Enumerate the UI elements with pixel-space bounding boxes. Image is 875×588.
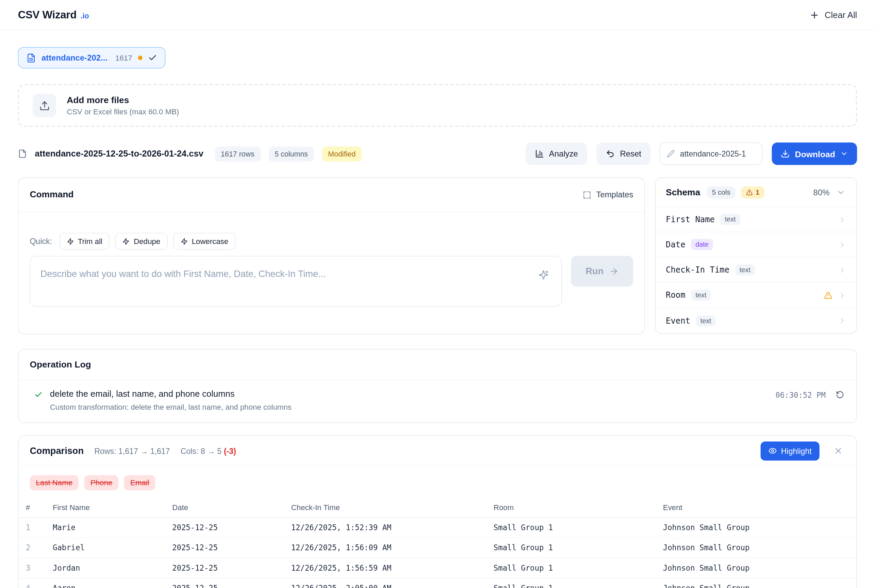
dropzone-title: Add more files: [67, 95, 179, 105]
comparison-table: # First Name Date Check-In Time Room Eve…: [18, 498, 856, 588]
table-header-cell: First Name: [53, 498, 172, 517]
quick-action-label: Trim all: [78, 237, 102, 246]
warning-icon: [746, 189, 753, 196]
cols-stat-text: Cols: 8 → 5: [181, 447, 222, 455]
zap-icon: [180, 237, 187, 244]
plus-icon: [810, 10, 820, 20]
schema-field-name: Date: [666, 240, 686, 249]
app-title-suffix: .io: [81, 12, 89, 20]
history-icon: [836, 391, 844, 399]
active-file-chip[interactable]: attendance-202... 1617: [18, 47, 165, 68]
add-files-dropzone[interactable]: Add more files CSV or Excel files (max 6…: [18, 84, 857, 127]
modified-badge: Modified: [322, 146, 362, 161]
removed-column-chip: Last Name: [30, 475, 79, 490]
schema-field-row[interactable]: Check-In Time text: [656, 258, 856, 283]
comparison-panel: Comparison Rows: 1,617 → 1,617 Cols: 8 →…: [18, 435, 857, 588]
table-cell-date: 2025-12-25: [172, 517, 291, 537]
csv-wizard-app: CSV Wizard .io Clear All attendance-202.…: [0, 0, 875, 588]
rename-input[interactable]: [680, 149, 756, 158]
schema-field-row[interactable]: Date date: [656, 232, 856, 258]
chevron-right-icon: [838, 215, 847, 224]
templates-label: Templates: [596, 190, 633, 199]
file-toolbar: attendance-2025-12-25-to-2026-01-24.csv …: [18, 142, 857, 165]
quick-action-button[interactable]: Lowercase: [173, 233, 235, 249]
zap-icon: [123, 237, 130, 244]
table-cell-room: Small Group 1: [494, 578, 663, 588]
schema-field-name: Room: [666, 291, 686, 300]
table-cell-index: 1: [18, 517, 53, 537]
table-header-cell: #: [18, 498, 53, 517]
clear-all-label: Clear All: [825, 10, 857, 20]
dropzone-text: Add more files CSV or Excel files (max 6…: [67, 95, 179, 116]
chevron-down-icon: [840, 150, 848, 158]
analyze-button[interactable]: Analyze: [526, 142, 587, 165]
log-entry: delete the email, last name, and phone c…: [18, 380, 856, 422]
command-panel: Command Templates Quick: Trim all: [18, 177, 645, 334]
dropzone-subtitle: CSV or Excel files (max 60.0 MB): [67, 108, 179, 116]
table-cell-date: 2025-12-25: [172, 558, 291, 578]
file-actions: Analyze Reset Download: [526, 142, 857, 165]
schema-field-type: date: [691, 239, 713, 250]
cols-delta: (-3): [224, 447, 236, 455]
app-brand: CSV Wizard .io: [18, 9, 89, 21]
table-header-row: # First Name Date Check-In Time Room Eve…: [18, 498, 856, 517]
analyze-label: Analyze: [549, 149, 578, 158]
schema-field-row[interactable]: Event text: [656, 308, 856, 333]
schema-field-type: text: [691, 290, 711, 301]
table-cell-event: Johnson Small Group: [663, 558, 857, 578]
run-label: Run: [586, 266, 604, 276]
schema-field-row[interactable]: First Name text: [656, 207, 856, 232]
command-title: Command: [30, 189, 73, 200]
success-check-icon: [34, 391, 43, 399]
schema-header[interactable]: Schema 5 cols 1 80%: [656, 178, 856, 207]
check-icon: [148, 53, 157, 62]
highlight-button[interactable]: Highlight: [760, 441, 820, 460]
rows-badge: 1617 rows: [215, 146, 261, 161]
quick-action-button[interactable]: Trim all: [59, 233, 109, 249]
schema-collapse-button[interactable]: [835, 186, 847, 198]
current-filename: attendance-2025-12-25-to-2026-01-24.csv: [35, 149, 204, 159]
table-cell-room: Small Group 1: [494, 558, 663, 578]
schema-field-name: First Name: [666, 215, 715, 224]
table-header-cell: Check-In Time: [291, 498, 494, 517]
table-cell-event: Johnson Small Group: [663, 578, 857, 588]
table-row: 4 Aaron 2025-12-25 12/26/2025, 2:05:00 A…: [18, 578, 856, 588]
arrow-right-icon: [609, 266, 619, 276]
schema-warning-badge: 1: [741, 186, 764, 198]
log-entry-text: delete the email, last name, and phone c…: [50, 389, 292, 411]
highlight-label: Highlight: [781, 447, 812, 455]
rows-stat: Rows: 1,617 → 1,617: [94, 447, 170, 455]
schema-field-row[interactable]: Room text: [656, 283, 856, 308]
table-header-cell: Date: [172, 498, 291, 517]
close-comparison-button[interactable]: [831, 444, 845, 458]
quick-action-button[interactable]: Dedupe: [115, 233, 168, 249]
table-cell-room: Small Group 1: [494, 517, 663, 537]
command-input[interactable]: [30, 256, 562, 307]
file-chip-row-count: 1617: [115, 53, 132, 62]
log-entry-title: delete the email, last name, and phone c…: [50, 389, 292, 399]
close-icon: [833, 446, 843, 456]
sparkles-icon: [539, 270, 549, 280]
table-cell-date: 2025-12-25: [172, 578, 291, 588]
modified-dot: [138, 56, 142, 60]
restore-step-button[interactable]: [835, 389, 845, 400]
table-cell-first-name: Aaron: [53, 578, 172, 588]
table-header-cell: Room: [494, 498, 663, 517]
clear-all-button[interactable]: Clear All: [810, 10, 857, 20]
chevron-right-icon: [838, 291, 847, 300]
reset-button[interactable]: Reset: [596, 142, 651, 165]
file-chip-name: attendance-202...: [42, 53, 108, 62]
columns-badge: 5 columns: [268, 146, 314, 161]
download-button[interactable]: Download: [772, 142, 857, 165]
table-cell-first-name: Marie: [53, 517, 172, 537]
schema-field-name: Event: [666, 316, 690, 325]
table-cell-checkin: 12/26/2025, 1:56:59 AM: [291, 558, 494, 578]
quick-action-label: Dedupe: [134, 237, 160, 246]
file-icon: [26, 53, 36, 63]
table-row: 3 Jordan 2025-12-25 12/26/2025, 1:56:59 …: [18, 558, 856, 578]
table-cell-index: 4: [18, 578, 53, 588]
chevron-right-icon: [838, 240, 847, 249]
templates-button[interactable]: Templates: [583, 190, 634, 199]
run-button[interactable]: Run: [571, 256, 633, 287]
schema-health-percent: 80%: [814, 188, 830, 196]
